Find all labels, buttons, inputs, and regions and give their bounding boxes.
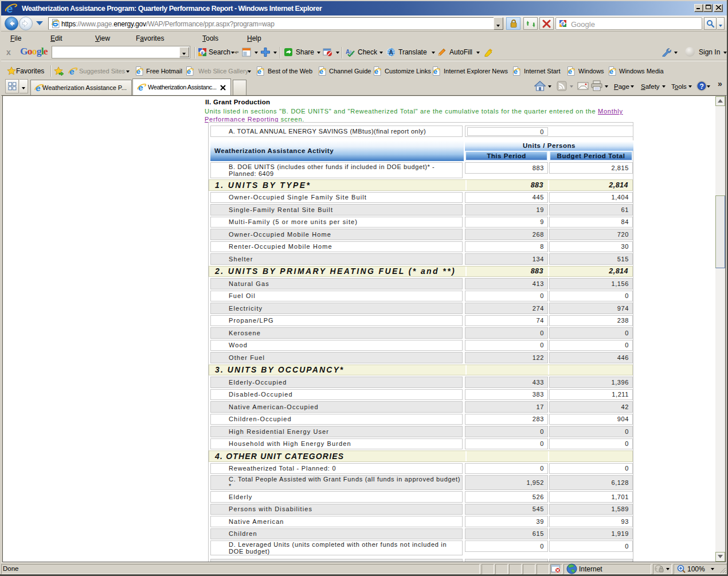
- svg-text:g: g: [561, 21, 564, 26]
- svg-text:?: ?: [700, 83, 704, 91]
- svg-text:e: e: [6, 2, 13, 15]
- svg-text:g: g: [201, 49, 203, 55]
- svg-text:A: A: [389, 49, 393, 56]
